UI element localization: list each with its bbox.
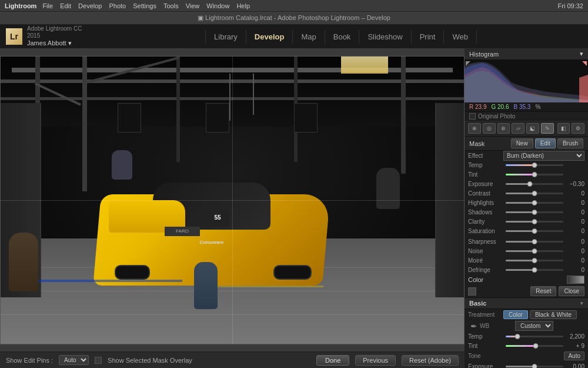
color-swatch[interactable] (567, 276, 584, 284)
moire-label: Moiré (468, 257, 503, 264)
shadows-label: Shadows (468, 209, 503, 216)
person-top (112, 150, 132, 180)
noise-thumb[interactable] (532, 248, 537, 254)
nav-develop[interactable]: Develop (246, 30, 293, 44)
mask-actions: New Edit Brush (511, 138, 583, 148)
exposure-slider[interactable] (506, 183, 563, 185)
show-mask-checkbox[interactable] (95, 357, 102, 364)
sharpness-slider[interactable] (506, 241, 563, 243)
nav-slideshow[interactable]: Slideshow (359, 30, 411, 44)
car-sponsor-faro: FARO (165, 227, 200, 236)
basic-tint-thumb[interactable] (533, 343, 538, 349)
before-after-icon[interactable]: ◧ (557, 123, 570, 134)
nav-library[interactable]: Library (205, 30, 246, 44)
wb-dropdown[interactable]: Custom (515, 321, 553, 331)
basic-tint-slider[interactable] (506, 345, 563, 347)
shadows-thumb[interactable] (532, 210, 537, 215)
done-button[interactable]: Done (316, 355, 349, 366)
saturation-thumb[interactable] (532, 228, 537, 234)
reset-adobe-button[interactable]: Reset (Adobe) (402, 355, 459, 366)
clarity-value: 0 (566, 218, 584, 225)
menu-view[interactable]: View (186, 2, 200, 9)
menu-develop[interactable]: Develop (78, 2, 102, 9)
defringe-slider[interactable] (506, 269, 563, 271)
effect-dropdown[interactable]: Burn (Darken) (503, 151, 584, 161)
moire-slider[interactable] (506, 260, 563, 261)
nav-map[interactable]: Map (293, 30, 325, 44)
treatment-label: Treatment (468, 311, 503, 318)
clarity-slider[interactable] (506, 221, 563, 223)
window-title: ▣ Lightroom Catalog.lrcat - Adobe Photos… (198, 14, 390, 22)
moire-thumb[interactable] (532, 258, 537, 263)
clarity-thumb[interactable] (532, 219, 537, 224)
menu-tools[interactable]: Tools (163, 2, 179, 9)
menu-settings[interactable]: Settings (133, 2, 156, 9)
tint-thumb[interactable] (532, 172, 537, 177)
show-edit-pins-dropdown[interactable]: Auto (59, 355, 89, 365)
shadows-row: Shadows 0 (465, 207, 588, 217)
adjustment-brush-tool[interactable]: ✎ (541, 123, 554, 134)
temp-thumb[interactable] (532, 163, 537, 168)
graduated-filter-tool[interactable]: ▱ (512, 123, 524, 134)
basic-section-menu-icon[interactable]: ▾ (580, 300, 583, 306)
red-eye-tool[interactable]: ⊛ (497, 123, 510, 134)
spot-removal-tool[interactable]: ◎ (483, 123, 496, 134)
original-photo-checkbox[interactable] (469, 113, 476, 120)
defringe-label: Defringe (468, 267, 503, 273)
moire-row: Moiré 0 (465, 256, 588, 265)
color-reset-button[interactable]: Reset (530, 286, 556, 296)
nav-print[interactable]: Print (412, 30, 445, 44)
saturation-row: Saturation 0 (465, 226, 588, 236)
shadows-slider[interactable] (506, 211, 563, 213)
tint-slider[interactable] (506, 174, 563, 175)
photo-area[interactable]: 55 FARO Colouware (0, 48, 465, 352)
menu-window[interactable]: Window (206, 2, 229, 9)
lr-user-name[interactable]: James Abbott ▾ (27, 39, 94, 47)
nav-book[interactable]: Book (325, 30, 360, 44)
menu-file[interactable]: File (42, 2, 53, 9)
color-treatment-btn[interactable]: Color (503, 310, 528, 319)
new-mask-button[interactable]: New (511, 138, 533, 148)
lr-header: Lr Adobe Lightroom CC 2015 James Abbott … (0, 25, 588, 48)
basic-exposure-slider[interactable] (506, 366, 563, 367)
menu-help[interactable]: Help (236, 2, 250, 9)
saturation-slider[interactable] (506, 230, 563, 232)
radial-filter-tool[interactable]: ⬕ (526, 123, 539, 134)
car-wheel-rear (273, 265, 312, 280)
highlights-slider[interactable] (506, 202, 563, 204)
center-panel: 55 FARO Colouware (0, 48, 465, 368)
tint-row: Tint (465, 170, 588, 179)
highlights-thumb[interactable] (532, 200, 537, 205)
color-close-button[interactable]: Close (559, 286, 584, 296)
contrast-thumb[interactable] (532, 191, 537, 196)
clarity-label: Clarity (468, 218, 503, 225)
sharpness-thumb[interactable] (532, 239, 537, 244)
nav-web[interactable]: Web (444, 30, 477, 44)
menu-photo[interactable]: Photo (109, 2, 126, 9)
basic-temp-thumb[interactable] (514, 334, 520, 339)
temp-slider[interactable] (506, 164, 563, 166)
contrast-slider[interactable] (506, 193, 563, 194)
basic-temp-row: Temp 2,200 (465, 331, 588, 341)
defringe-row: Defringe 0 (465, 265, 588, 274)
crop-tool[interactable]: ⊕ (468, 123, 481, 134)
edit-mask-button[interactable]: Edit (535, 138, 556, 148)
before-settings-icon[interactable]: ⚙ (572, 123, 584, 134)
moire-value: 0 (566, 257, 584, 264)
contrast-row: Contrast 0 (465, 188, 588, 198)
color-pin-icon (468, 287, 476, 296)
previous-button[interactable]: Previous (355, 355, 396, 366)
bw-treatment-btn[interactable]: Black & White (530, 310, 577, 319)
brush-mask-button[interactable]: Brush (557, 138, 583, 148)
menu-edit[interactable]: Edit (60, 2, 71, 9)
auto-tone-button[interactable]: Auto (564, 352, 584, 360)
exposure-thumb[interactable] (527, 181, 533, 187)
histogram-collapse-icon[interactable]: ▾ (580, 50, 583, 58)
defringe-thumb[interactable] (532, 267, 537, 273)
basic-exposure-thumb[interactable] (532, 364, 537, 369)
histogram-title: Histogram (469, 51, 499, 58)
eyedropper-icon[interactable]: ✒ (468, 321, 480, 331)
histogram-svg (465, 60, 588, 102)
basic-temp-slider[interactable] (506, 336, 563, 337)
noise-slider[interactable] (506, 250, 563, 252)
